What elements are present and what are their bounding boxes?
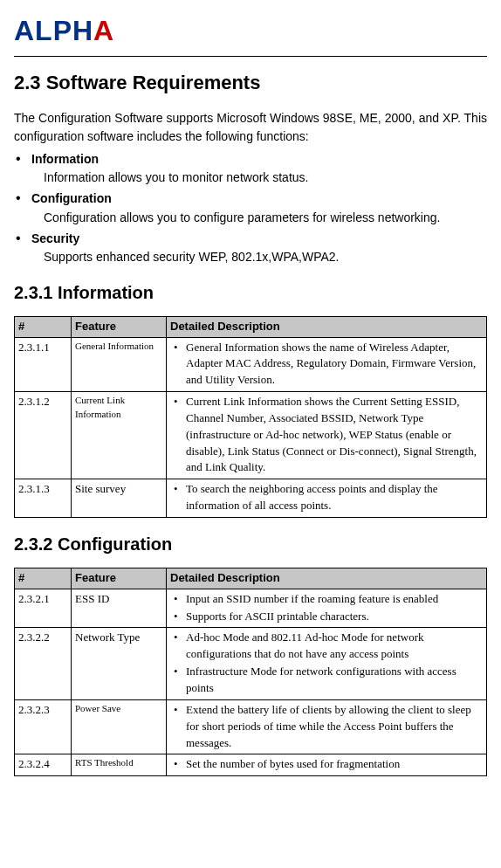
bullet-title: Configuration	[31, 189, 487, 207]
subsection-information: 2.3.1 Information	[14, 280, 487, 306]
information-table: # Feature Detailed Description 2.3.1.1Ge…	[14, 316, 487, 518]
col-desc: Detailed Description	[167, 568, 487, 589]
cell-number: 2.3.1.2	[15, 392, 72, 479]
cell-number: 2.3.2.4	[15, 754, 72, 776]
col-num: #	[15, 568, 72, 589]
configuration-table: # Feature Detailed Description 2.3.2.1ES…	[14, 568, 487, 776]
table-row: 2.3.2.2Network TypeAd-hoc Mode and 802.1…	[15, 628, 487, 699]
cell-description: To search the neighboring access points …	[167, 479, 487, 518]
cell-description: Ad-hoc Mode and 802.11 Ad-hoc Mode for n…	[167, 628, 487, 699]
bullet-information: Information Information allows you to mo…	[14, 150, 487, 187]
bullet-desc: Configuration allows you to configure pa…	[31, 209, 487, 226]
desc-item: Infrastructure Mode for network configur…	[170, 664, 483, 697]
divider	[14, 56, 487, 57]
cell-feature: Current Link Information	[72, 392, 167, 479]
table-row: 2.3.1.3Site surveyTo search the neighbor…	[15, 479, 487, 518]
desc-item: Supports for ASCII printable characters.	[170, 609, 483, 625]
desc-item: Current Link Information shows the Curre…	[170, 394, 483, 476]
bullet-title: Information	[31, 150, 487, 168]
desc-item: Set the number of bytes used for fragmen…	[170, 756, 483, 773]
cell-number: 2.3.1.3	[15, 479, 72, 518]
table-row: 2.3.1.1General InformationGeneral Inform…	[15, 337, 487, 392]
cell-feature: General Information	[72, 337, 167, 392]
intro-text: The Configuration Software supports Micr…	[14, 109, 487, 145]
desc-item: Input an SSID number if the roaming feat…	[170, 591, 483, 608]
cell-description: General Information shows the name of Wi…	[167, 337, 487, 392]
table-row: 2.3.2.3Power SaveExtend the battery life…	[15, 699, 487, 754]
bullet-security: Security Supports enhanced security WEP,…	[14, 230, 487, 266]
subsection-configuration: 2.3.2 Configuration	[14, 532, 487, 557]
col-num: #	[15, 316, 72, 337]
cell-feature: Power Save	[72, 699, 167, 754]
table-row: 2.3.2.1ESS IDInput an SSID number if the…	[15, 589, 487, 628]
bullet-configuration: Configuration Configuration allows you t…	[14, 189, 487, 226]
cell-description: Extend the battery life of clients by al…	[167, 699, 487, 754]
cell-number: 2.3.2.3	[15, 699, 72, 754]
table-header-row: # Feature Detailed Description	[15, 316, 487, 337]
cell-number: 2.3.1.1	[15, 337, 72, 392]
desc-item: Ad-hoc Mode and 802.11 Ad-hoc Mode for n…	[170, 630, 483, 663]
cell-number: 2.3.2.1	[15, 589, 72, 628]
desc-item: To search the neighboring access points …	[170, 481, 483, 514]
table-header-row: # Feature Detailed Description	[15, 568, 487, 589]
cell-feature: Network Type	[72, 628, 167, 699]
col-feature: Feature	[72, 316, 167, 337]
col-feature: Feature	[72, 568, 167, 589]
bullet-desc: Supports enhanced security WEP, 802.1x,W…	[31, 248, 487, 265]
cell-feature: Site survey	[72, 479, 167, 518]
cell-description: Set the number of bytes used for fragmen…	[167, 754, 487, 776]
cell-feature: ESS ID	[72, 589, 167, 628]
cell-description: Input an SSID number if the roaming feat…	[167, 589, 487, 628]
desc-item: Extend the battery life of clients by al…	[170, 702, 483, 752]
col-desc: Detailed Description	[167, 316, 487, 337]
cell-number: 2.3.2.2	[15, 628, 72, 699]
table-row: 2.3.1.2Current Link InformationCurrent L…	[15, 392, 487, 479]
logo: ALPHA	[14, 10, 487, 51]
feature-bullets: Information Information allows you to mo…	[14, 150, 487, 266]
section-title: 2.3 Software Requirements	[14, 69, 487, 97]
bullet-title: Security	[31, 230, 487, 247]
cell-description: Current Link Information shows the Curre…	[167, 392, 487, 479]
desc-item: General Information shows the name of Wi…	[170, 340, 483, 389]
bullet-desc: Information allows you to monitor networ…	[31, 169, 487, 186]
cell-feature: RTS Threshold	[72, 754, 167, 776]
table-row: 2.3.2.4RTS ThresholdSet the number of by…	[15, 754, 487, 776]
